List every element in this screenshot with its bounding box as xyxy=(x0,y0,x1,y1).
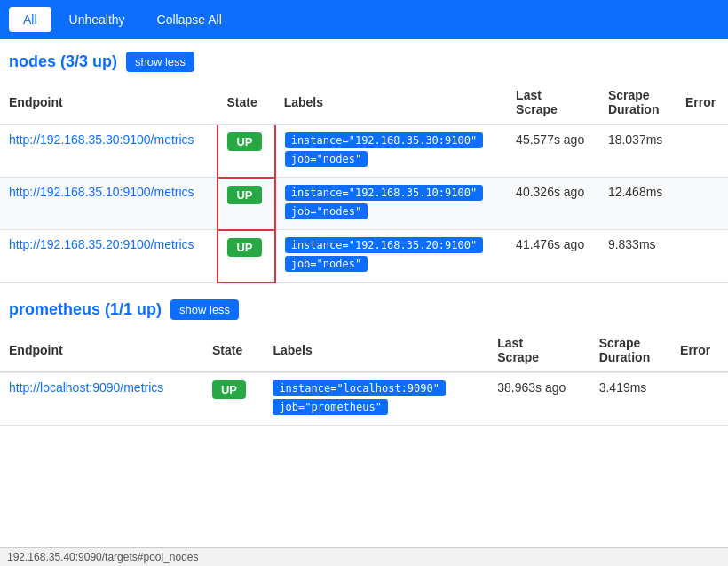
nodes-row3-error xyxy=(677,230,728,283)
nodes-row1-labels: instance="192.168.35.30:9100" job="nodes… xyxy=(275,124,507,178)
nodes-row2-scrape-duration: 12.468ms xyxy=(599,178,677,230)
nodes-row2-labels: instance="192.168.35.10:9100" job="nodes… xyxy=(275,178,507,230)
nodes-row1-endpoint-link[interactable]: http://192.168.35.30:9100/metrics xyxy=(9,132,194,147)
nodes-row2-label-0: instance="192.168.35.10:9100" xyxy=(285,185,484,201)
filter-all-button[interactable]: All xyxy=(9,7,51,32)
nodes-row3-label-0: instance="192.168.35.20:9100" xyxy=(285,237,484,253)
prometheus-row1-state-cell: UP xyxy=(203,372,264,426)
prometheus-col-last-scrape: LastScrape xyxy=(488,329,590,372)
prometheus-row1-endpoint: http://localhost:9090/metrics xyxy=(0,372,203,426)
nodes-col-error: Error xyxy=(677,81,728,124)
nodes-row1-label-1: job="nodes" xyxy=(285,151,368,167)
nodes-row2-state-badge: UP xyxy=(227,186,261,204)
filter-collapse-all-button[interactable]: Collapse All xyxy=(143,7,236,32)
nodes-table-header: Endpoint State Labels LastScrape ScrapeD… xyxy=(0,81,728,124)
prometheus-table: Endpoint State Labels LastScrape ScrapeD… xyxy=(0,329,728,426)
prometheus-col-scrape-duration: ScrapeDuration xyxy=(590,329,671,372)
prometheus-col-labels: Labels xyxy=(264,329,488,372)
nodes-row3-state-badge: UP xyxy=(227,238,261,257)
nodes-row2-endpoint-link[interactable]: http://192.168.35.10:9100/metrics xyxy=(9,185,194,199)
prometheus-show-less-button[interactable]: show less xyxy=(170,299,239,320)
nodes-row2-last-scrape: 40.326s ago xyxy=(507,178,599,230)
nodes-row2-endpoint: http://192.168.35.10:9100/metrics xyxy=(0,178,218,230)
prometheus-row1-labels: instance="localhost:9090" job="prometheu… xyxy=(264,372,488,426)
prometheus-row1-label-0: instance="localhost:9090" xyxy=(273,380,446,396)
filter-bar: All Unhealthy Collapse All xyxy=(0,0,728,39)
prometheus-row1-error xyxy=(671,372,728,426)
nodes-section-header: nodes (3/3 up) show less xyxy=(0,39,728,81)
nodes-row3-last-scrape: 41.476s ago xyxy=(507,230,599,283)
table-row: http://localhost:9090/metrics UP instanc… xyxy=(0,372,728,426)
prometheus-row1-label-1: job="prometheus" xyxy=(273,399,388,415)
nodes-row3-endpoint-link[interactable]: http://192.168.35.20:9100/metrics xyxy=(9,237,194,251)
nodes-row1-state-badge: UP xyxy=(227,132,261,151)
nodes-row3-endpoint: http://192.168.35.20:9100/metrics xyxy=(0,230,218,283)
prometheus-col-state: State xyxy=(203,329,264,372)
nodes-col-state: State xyxy=(218,81,274,124)
nodes-row1-error xyxy=(677,124,728,178)
prometheus-col-error: Error xyxy=(671,329,728,372)
nodes-show-less-button[interactable]: show less xyxy=(126,52,194,72)
prometheus-row1-endpoint-link[interactable]: http://localhost:9090/metrics xyxy=(9,380,163,395)
prometheus-table-header: Endpoint State Labels LastScrape ScrapeD… xyxy=(0,329,728,372)
nodes-table: Endpoint State Labels LastScrape ScrapeD… xyxy=(0,81,728,283)
table-row: http://192.168.35.10:9100/metrics UP ins… xyxy=(0,178,728,230)
prometheus-section-header: prometheus (1/1 up) show less xyxy=(0,287,728,329)
nodes-row2-label-1: job="nodes" xyxy=(285,203,368,219)
prometheus-col-endpoint: Endpoint xyxy=(0,329,203,372)
nodes-row1-scrape-duration: 18.037ms xyxy=(599,124,677,178)
prometheus-section-title[interactable]: prometheus (1/1 up) xyxy=(9,300,162,319)
nodes-col-endpoint: Endpoint xyxy=(0,81,218,124)
filter-unhealthy-button[interactable]: Unhealthy xyxy=(55,7,139,32)
table-row: http://192.168.35.20:9100/metrics UP ins… xyxy=(0,230,728,283)
nodes-section-title[interactable]: nodes (3/3 up) xyxy=(9,52,117,71)
nodes-row1-endpoint: http://192.168.35.30:9100/metrics xyxy=(0,124,218,178)
nodes-row3-label-1: job="nodes" xyxy=(285,256,368,272)
nodes-row3-scrape-duration: 9.833ms xyxy=(599,230,677,283)
nodes-col-last-scrape: LastScrape xyxy=(507,81,599,124)
nodes-row3-labels: instance="192.168.35.20:9100" job="nodes… xyxy=(275,230,507,283)
nodes-row2-error xyxy=(677,178,728,230)
nodes-row3-state-cell: UP xyxy=(218,230,274,283)
nodes-row1-last-scrape: 45.577s ago xyxy=(507,124,599,178)
nodes-row2-state-cell: UP xyxy=(218,178,274,230)
prometheus-row1-state-badge: UP xyxy=(212,380,246,399)
nodes-col-labels: Labels xyxy=(275,81,507,124)
table-row: http://192.168.35.30:9100/metrics UP ins… xyxy=(0,124,728,178)
prometheus-row1-scrape-duration: 3.419ms xyxy=(590,372,671,426)
nodes-row1-state-cell: UP xyxy=(218,124,274,178)
nodes-col-scrape-duration: ScrapeDuration xyxy=(599,81,677,124)
prometheus-row1-last-scrape: 38.963s ago xyxy=(488,372,590,426)
nodes-row1-label-0: instance="192.168.35.30:9100" xyxy=(285,132,484,148)
